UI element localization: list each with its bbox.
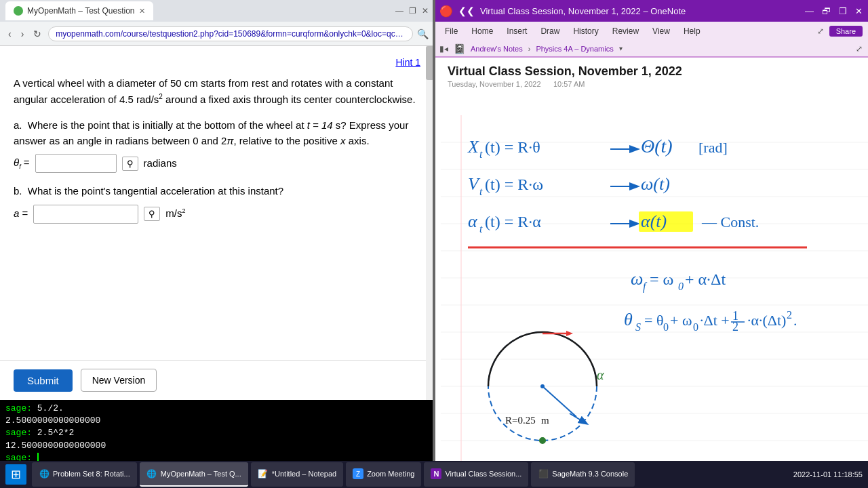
svg-text:R=0.25: R=0.25 xyxy=(505,415,536,426)
page-date: Tuesday, November 1, 2022 10:57 AM xyxy=(448,80,854,88)
hint-link[interactable]: Hint 1 xyxy=(14,57,420,68)
tab-close-btn[interactable]: ✕ xyxy=(139,7,145,16)
onenote-page-header: Virtual Class Session, November 1, 2022 … xyxy=(434,58,868,88)
taskbar: ⊞ 🌐 Problem Set 8: Rotati... 🌐 MyOpenMat… xyxy=(0,461,868,488)
onenote-titlebar: 🔴 ❮❮ Virtual Class Session, November 1, … xyxy=(434,0,868,22)
a-label: a = xyxy=(14,206,28,222)
a-input[interactable] xyxy=(33,205,138,224)
unit-label-a: radians xyxy=(144,156,177,171)
browser-window-controls: — ❐ ✕ xyxy=(395,6,429,16)
terminal-line-3: 12.5000000000000000 xyxy=(5,440,429,452)
taskbar-item-onenote[interactable]: N Virtual Class Session... xyxy=(424,462,528,487)
answer-row-a: θf = ⚲ radians xyxy=(14,154,420,173)
forward-btn[interactable]: › xyxy=(18,27,27,41)
taskbar-item-problem-set[interactable]: 🌐 Problem Set 8: Rotati... xyxy=(32,462,137,487)
terminal-line-2: sage: 2.5^2*2 xyxy=(5,427,429,439)
back-btn[interactable]: ‹ xyxy=(5,27,14,41)
theta-input[interactable] xyxy=(35,154,117,173)
terminal-line-1: 2.5000000000000000 xyxy=(5,415,429,427)
taskbar-label-onenote: Virtual Class Session... xyxy=(445,470,521,478)
question-a: a. Where is the point that is initially … xyxy=(14,118,420,173)
minimize-btn[interactable]: — xyxy=(395,6,403,16)
svg-text:α(t): α(t) xyxy=(641,211,667,231)
answer-row-b: a = ⚲ m/s2 xyxy=(14,205,420,224)
taskbar-item-sagemath[interactable]: ⬛ SageMath 9.3 Console xyxy=(531,462,635,487)
taskbar-label-sagemath: SageMath 9.3 Console xyxy=(552,470,628,478)
svg-text:ω(t): ω(t) xyxy=(641,174,670,194)
sym-btn-a[interactable]: ⚲ xyxy=(122,157,138,171)
terminal-line-0: sage: 5./2. xyxy=(5,403,429,415)
svg-text:= ω: = ω xyxy=(650,270,673,288)
close-btn[interactable]: ✕ xyxy=(422,6,429,16)
notebook-nav: ▮◂ 📓 Andrew's Notes › Physics 4A – Dynam… xyxy=(434,41,868,57)
svg-text:θ: θ xyxy=(624,310,633,329)
onenote-menubar: File Home Insert Draw History Review Vie… xyxy=(434,22,868,41)
svg-text:m: m xyxy=(541,415,549,426)
breadcrumb-section[interactable]: Physics 4A – Dynamics xyxy=(536,45,613,53)
browser-content: Hint 1 A vertical wheel with a diameter … xyxy=(0,46,434,360)
page-expand-icon[interactable]: ⤢ xyxy=(856,44,863,54)
page-title: Virtual Class Session, November 1, 2022 xyxy=(448,64,854,79)
taskbar-icon-sagemath: ⬛ xyxy=(538,468,549,479)
time-label: 10:57 AM xyxy=(553,80,585,88)
unit-label-b: m/s2 xyxy=(165,206,185,222)
date-label: Tuesday, November 1, 2022 xyxy=(448,80,541,88)
address-input[interactable]: myopenmath.com/course/testquestion2.php?… xyxy=(48,26,413,41)
taskbar-icon-notepad: 📝 xyxy=(258,468,269,479)
question-b-text: b. What is the point's tangential accele… xyxy=(14,184,420,199)
expand-icon[interactable]: ⤢ xyxy=(817,26,824,36)
svg-text:.: . xyxy=(793,312,797,329)
question-b: b. What is the point's tangential accele… xyxy=(14,184,420,224)
svg-text:= θ: = θ xyxy=(644,312,663,329)
onenote-back-btn[interactable]: ❮❮ xyxy=(458,5,475,16)
svg-text:0: 0 xyxy=(678,281,684,292)
svg-text:α: α xyxy=(468,211,478,231)
sym-btn-b[interactable]: ⚲ xyxy=(144,207,160,221)
browser-tab[interactable]: MyOpenMath – Test Question ✕ xyxy=(5,1,153,20)
notes-canvas: X t (t) = R·θ Θ(t) [rad] V t (t) = R·ω ω… xyxy=(441,95,868,488)
taskbar-icon-onenote: N xyxy=(431,468,441,479)
share-button[interactable]: Share xyxy=(829,26,863,37)
onenote-restore[interactable]: 🗗 xyxy=(822,6,831,16)
question-a-text: a. Where is the point that is initially … xyxy=(14,118,420,148)
browser-addressbar: ‹ › ↻ myopenmath.com/course/testquestion… xyxy=(0,22,434,46)
breadcrumb-sep: › xyxy=(528,45,531,53)
menu-view[interactable]: View xyxy=(647,25,675,37)
taskbar-item-zoom[interactable]: Z Zoom Meeting xyxy=(346,462,421,487)
taskbar-clock: 2022-11-01 11:18:55 xyxy=(793,470,863,479)
maximize-btn[interactable]: ❐ xyxy=(409,6,416,16)
menu-file[interactable]: File xyxy=(439,25,463,37)
svg-line-53 xyxy=(570,413,587,424)
svg-text:S: S xyxy=(635,321,641,333)
menu-insert[interactable]: Insert xyxy=(501,25,532,37)
svg-text:t: t xyxy=(479,148,483,160)
breadcrumb-notebook[interactable]: Andrew's Notes xyxy=(471,45,523,53)
new-version-button[interactable]: New Version xyxy=(81,369,157,392)
onenote-maximize[interactable]: ❐ xyxy=(839,6,847,16)
taskbar-item-myopenmath[interactable]: 🌐 MyOpenMath – Test Q... xyxy=(140,462,248,487)
menu-draw[interactable]: Draw xyxy=(535,25,565,37)
reload-btn[interactable]: ↻ xyxy=(31,27,44,41)
svg-text:+ ω: + ω xyxy=(670,312,692,329)
onenote-content: X t (t) = R·θ Θ(t) [rad] V t (t) = R·ω ω… xyxy=(434,88,868,488)
taskbar-icon-problem-set: 🌐 xyxy=(39,468,50,479)
onenote-close[interactable]: ✕ xyxy=(855,6,863,16)
submit-button[interactable]: Submit xyxy=(14,369,73,392)
svg-text:Θ(t): Θ(t) xyxy=(641,136,673,157)
start-button[interactable]: ⊞ xyxy=(5,464,26,485)
svg-text:t: t xyxy=(479,223,483,235)
menu-review[interactable]: Review xyxy=(607,25,644,37)
menu-history[interactable]: History xyxy=(568,25,604,37)
taskbar-item-notepad[interactable]: 📝 *Untitled – Notepad xyxy=(251,462,343,487)
search-icon[interactable]: 🔍 xyxy=(417,28,429,39)
menu-home[interactable]: Home xyxy=(466,25,498,37)
browser-titlebar: MyOpenMath – Test Question ✕ — ❐ ✕ xyxy=(0,0,434,22)
browser-panel: MyOpenMath – Test Question ✕ — ❐ ✕ ‹ › ↻… xyxy=(0,0,434,488)
nav-left-icon[interactable]: ▮◂ xyxy=(439,44,448,54)
svg-text:[rad]: [rad] xyxy=(698,139,728,156)
onenote-win-controls: — 🗗 ❐ ✕ xyxy=(805,6,863,16)
breadcrumb-dropdown[interactable]: ▾ xyxy=(619,45,623,52)
menu-help[interactable]: Help xyxy=(678,25,706,37)
onenote-minimize[interactable]: — xyxy=(805,6,814,16)
onenote-title: Virtual Class Session, November 1, 2022 … xyxy=(480,6,686,16)
